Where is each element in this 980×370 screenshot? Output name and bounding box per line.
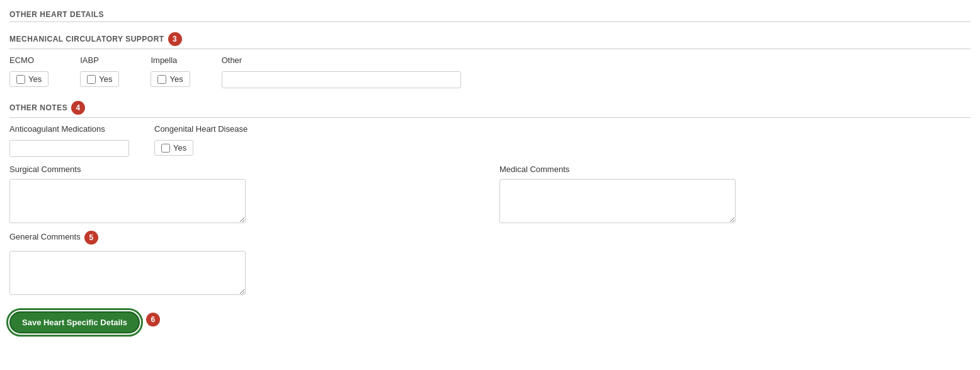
other-heart-details-title: OTHER HEART DETAILS <box>9 10 104 19</box>
impella-field: Impella Yes <box>151 55 190 87</box>
other-input[interactable] <box>222 71 461 88</box>
ecmo-checkbox[interactable] <box>16 75 25 84</box>
iabp-checkbox[interactable] <box>87 75 96 84</box>
congenital-checkbox[interactable] <box>161 144 170 153</box>
mechanical-fields-row: ECMO Yes IABP Yes Impella Yes Other <box>9 55 971 88</box>
mechanical-badge: 3 <box>168 32 182 46</box>
ecmo-field: ECMO Yes <box>9 55 48 87</box>
general-comments-field: General Comments 5 <box>9 231 971 295</box>
surgical-comments-col: Surgical Comments <box>9 165 481 223</box>
impella-checkbox-label[interactable]: Yes <box>169 74 183 84</box>
surgical-comments-textarea[interactable] <box>9 179 246 223</box>
anticoagulant-label: Anticoagulant Medications <box>9 124 129 134</box>
medical-comments-label: Medical Comments <box>499 165 971 174</box>
save-button-row: Save Heart Specific Details 6 <box>9 305 971 333</box>
medical-comments-textarea[interactable] <box>499 179 736 223</box>
other-label: Other <box>222 55 461 65</box>
other-field: Other <box>222 55 461 88</box>
other-notes-badge: 4 <box>71 101 85 115</box>
congenital-label: Congenital Heart Disease <box>154 124 248 134</box>
surgical-comments-label: Surgical Comments <box>9 165 481 174</box>
general-comments-label: General Comments <box>9 232 81 241</box>
other-notes-title: OTHER NOTES <box>9 103 67 112</box>
general-comments-textarea[interactable] <box>9 251 246 295</box>
iabp-checkbox-row[interactable]: Yes <box>80 71 119 87</box>
other-notes-fields-row: Anticoagulant Medications Congenital Hea… <box>9 124 971 157</box>
congenital-checkbox-label[interactable]: Yes <box>173 143 186 153</box>
other-notes-header: OTHER NOTES 4 <box>9 96 971 118</box>
surgical-medical-comments-row: Surgical Comments Medical Comments <box>9 165 971 223</box>
save-heart-specific-details-button[interactable]: Save Heart Specific Details <box>9 311 140 333</box>
other-heart-details-header: OTHER HEART DETAILS <box>9 6 971 22</box>
impella-checkbox[interactable] <box>157 75 166 84</box>
impella-checkbox-row[interactable]: Yes <box>151 71 190 87</box>
iabp-checkbox-label[interactable]: Yes <box>99 74 112 84</box>
general-comments-badge: 5 <box>84 231 98 245</box>
anticoagulant-input[interactable] <box>9 140 129 157</box>
congenital-field: Congenital Heart Disease Yes <box>154 124 248 156</box>
congenital-checkbox-row[interactable]: Yes <box>154 140 193 156</box>
mechanical-circulatory-support-header: MECHANICAL CIRCULATORY SUPPORT 3 <box>9 27 971 49</box>
mechanical-title: MECHANICAL CIRCULATORY SUPPORT <box>9 35 164 43</box>
medical-comments-col: Medical Comments <box>499 165 971 223</box>
iabp-field: IABP Yes <box>80 55 119 87</box>
ecmo-label: ECMO <box>9 55 48 65</box>
save-button-badge: 6 <box>146 313 160 327</box>
ecmo-checkbox-label[interactable]: Yes <box>28 74 42 84</box>
ecmo-checkbox-row[interactable]: Yes <box>9 71 48 87</box>
iabp-label: IABP <box>80 55 119 65</box>
anticoagulant-field: Anticoagulant Medications <box>9 124 129 157</box>
impella-label: Impella <box>151 55 190 65</box>
